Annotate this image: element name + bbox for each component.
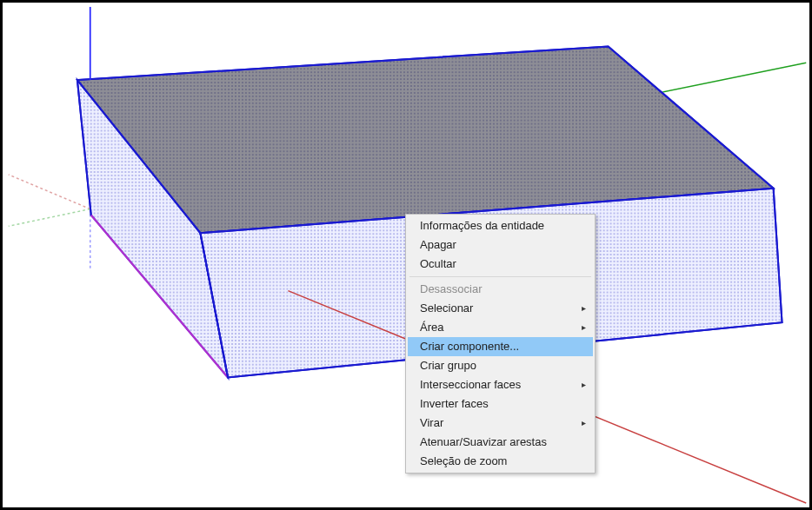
menu-item-area[interactable]: Área ▸ [408, 318, 593, 337]
menu-item-label: Área [420, 321, 443, 334]
chevron-right-icon: ▸ [582, 318, 586, 337]
menu-item-label: Selecionar [420, 301, 473, 315]
menu-item-label: Inverter faces [420, 397, 489, 410]
chevron-right-icon: ▸ [582, 375, 586, 394]
menu-item-zoom-selection[interactable]: Seleção de zoom [408, 452, 593, 471]
menu-item-label: Desassociar [420, 282, 483, 295]
menu-item-label: Interseccionar faces [420, 378, 521, 391]
menu-item-soften-edges[interactable]: Atenuar/Suavizar arestas [408, 433, 593, 452]
menu-item-label: Ocultar [420, 257, 456, 270]
menu-item-intersect-faces[interactable]: Interseccionar faces ▸ [408, 375, 593, 394]
menu-item-flip-along[interactable]: Virar ▸ [408, 414, 593, 433]
menu-item-label: Virar [420, 416, 443, 429]
menu-item-entity-info[interactable]: Informações da entidade [408, 216, 593, 235]
chevron-right-icon: ▸ [582, 299, 586, 318]
menu-item-explode: Desassociar [408, 280, 593, 299]
menu-item-label: Apagar [420, 238, 456, 251]
menu-item-label: Criar componente... [420, 340, 519, 353]
viewport-frame: { "menu": { "items": [ { "label": "Infor… [0, 0, 812, 510]
menu-item-hide[interactable]: Ocultar [408, 255, 593, 274]
context-menu[interactable]: Informações da entidade Apagar Ocultar D… [405, 214, 596, 474]
menu-item-make-component[interactable]: Criar componente... [408, 337, 593, 356]
menu-item-make-group[interactable]: Criar grupo [408, 356, 593, 375]
menu-item-label: Informações da entidade [420, 219, 544, 232]
axis-red-dashed [9, 175, 90, 209]
menu-item-label: Atenuar/Suavizar arestas [420, 435, 547, 448]
menu-item-label: Seleção de zoom [420, 454, 507, 467]
chevron-right-icon: ▸ [582, 414, 586, 433]
axis-green-dashed [9, 209, 90, 227]
menu-item-reverse-faces[interactable]: Inverter faces [408, 394, 593, 414]
menu-separator [409, 276, 591, 277]
menu-item-erase[interactable]: Apagar [408, 235, 593, 255]
menu-item-select[interactable]: Selecionar ▸ [408, 299, 593, 318]
menu-item-label: Criar grupo [420, 359, 476, 372]
